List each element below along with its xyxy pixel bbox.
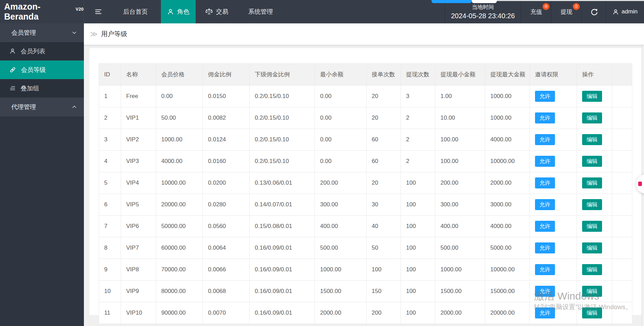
table-cell: 0.00 [315,151,367,172]
table-cell-invite-permission: 允许 [530,216,577,237]
table-cell: 100.00 [435,151,485,172]
allow-button[interactable]: 允许 [535,264,555,275]
table-cell: 20 [367,107,401,129]
table-cell: 80000.00 [156,281,203,302]
admin-username: admin [622,8,637,15]
table-cell: 2 [401,129,435,151]
table-cell: 0.0066 [203,259,250,281]
column-header: 最小余额 [315,64,367,86]
table-cell: VIP3 [121,151,156,172]
user-level-table: ID 名称 会员价格 佣金比例 下级佣金比例 最小余额 接单次数 提现次数 提现… [99,63,632,324]
table-row: 10VIP980000.000.00680.16/0.09/0.011500.0… [99,281,632,302]
table-cell: 0.00 [156,86,203,107]
table-cell: 500.00 [435,237,485,259]
edit-button[interactable]: 编辑 [582,221,602,232]
sidebar-toggle-button[interactable] [92,0,105,23]
allow-button[interactable]: 允许 [535,91,555,102]
allow-button[interactable]: 允许 [535,112,555,123]
allow-button[interactable]: 允许 [535,221,555,232]
table-cell: 500.00 [315,237,367,259]
sidebar-group-agent-management[interactable]: 代理管理 [0,98,84,116]
table-cell: 7 [99,216,121,237]
allow-button[interactable]: 允许 [535,242,555,253]
nav-item-label: 后台首页 [123,8,148,16]
nav-item-dashboard[interactable]: 后台首页 [120,0,151,23]
edit-button[interactable]: 编辑 [582,156,602,167]
edit-button[interactable]: 编辑 [582,177,602,188]
edit-button[interactable]: 编辑 [582,307,602,318]
table-row: 1Free0.000.01500.2/0.15/0.100.002031.001… [99,86,632,107]
admin-user-menu[interactable]: admin [605,0,644,23]
table-cell-invite-permission: 允许 [530,107,577,129]
table-cell-invite-permission: 允许 [530,237,577,259]
table-row: 2VIP150.000.00820.2/0.15/0.100.0020210.0… [99,107,632,129]
main-content: ≫ 用户等级 ID 名称 会员价格 佣金比例 下级佣金比例 最小余额 接单次数 … [84,23,644,326]
local-time-display: 当地时间 2024-05-28 23:40:26 [445,0,521,23]
table-row: 6VIP520000.000.02800.14/0.07/0.01300.003… [99,194,632,216]
table-cell: 0.2/0.15/0.10 [250,86,315,107]
table-cell-invite-permission: 允许 [530,302,577,324]
table-cell: 2 [401,151,435,172]
edit-button[interactable]: 编辑 [582,112,602,123]
nav-item-system[interactable]: 系统管理 [245,0,276,23]
edit-button[interactable]: 编辑 [582,199,602,210]
refresh-button[interactable] [581,0,605,23]
table-cell-actions: 编辑 [577,281,612,302]
local-time-value: 2024-05-28 23:40:26 [451,11,515,20]
withdraw-label: 提现 [561,8,572,16]
table-cell: VIP9 [121,281,156,302]
table-row: 3VIP21000.000.01240.2/0.15/0.100.0060210… [99,129,632,151]
table-cell: 100 [401,194,435,216]
sidebar-group-member-management[interactable]: 会员管理 [0,23,84,42]
edit-button[interactable]: 编辑 [582,134,602,145]
table-cell-actions: 编辑 [577,302,612,324]
table-cell: 4000.00 [485,216,530,237]
table-cell: 100 [401,237,435,259]
table-cell: 100.00 [435,129,485,151]
table-cell: 0.0064 [203,237,250,259]
allow-button[interactable]: 允许 [535,307,555,318]
table-cell: 0.00 [315,129,367,151]
edit-button[interactable]: 编辑 [582,264,602,275]
user-icon [167,8,174,15]
table-cell: 100 [401,216,435,237]
allow-button[interactable]: 允许 [535,156,555,167]
column-header: ID [99,64,121,86]
table-cell: 0.2/0.15/0.10 [250,151,315,172]
table-row: 5VIP410000.000.02000.13/0.06/0.01200.002… [99,172,632,194]
table-cell: 60 [367,129,401,151]
table-cell: 1000.00 [435,259,485,281]
allow-button[interactable]: 允许 [535,199,555,210]
table-cell-filler [612,216,632,237]
table-cell: 1500.00 [315,281,367,302]
sidebar-item-member-level-active[interactable]: 会员等级 [0,61,84,79]
column-header: 操作 [577,64,612,86]
column-header: 佣金比例 [203,64,250,86]
edit-button[interactable]: 编辑 [582,286,602,297]
floating-action-glyph [638,182,642,186]
recharge-badge: 0 [543,3,549,10]
table-cell: 50 [367,237,401,259]
table-cell: 9 [99,259,121,281]
recharge-button[interactable]: 充值 0 [521,0,551,23]
nav-item-roles-active[interactable]: 角色 [161,0,196,23]
allow-button[interactable]: 允许 [535,286,555,297]
table-body: 1Free0.000.01500.2/0.15/0.100.002031.001… [99,86,632,324]
withdraw-button[interactable]: 提现 0 [551,0,581,23]
sidebar-item-member-list[interactable]: 会员列表 [0,42,84,61]
sidebar-item-stack-group[interactable]: 叠加组 [0,79,84,98]
edit-button[interactable]: 编辑 [582,91,602,102]
allow-button[interactable]: 允许 [535,134,555,145]
table-cell-filler [612,129,632,151]
table-cell: 200 [367,302,401,324]
allow-button[interactable]: 允许 [535,177,555,188]
column-header-empty [612,64,632,86]
table-cell: 10.00 [435,107,485,129]
nav-item-trade[interactable]: 交易 [202,0,232,23]
edit-button[interactable]: 编辑 [582,242,602,253]
scale-icon [205,8,213,15]
table-cell: 10000.00 [485,259,530,281]
column-header: 下级佣金比例 [250,64,315,86]
table-cell: VIP5 [121,194,156,216]
table-cell: 2000.00 [435,302,485,324]
